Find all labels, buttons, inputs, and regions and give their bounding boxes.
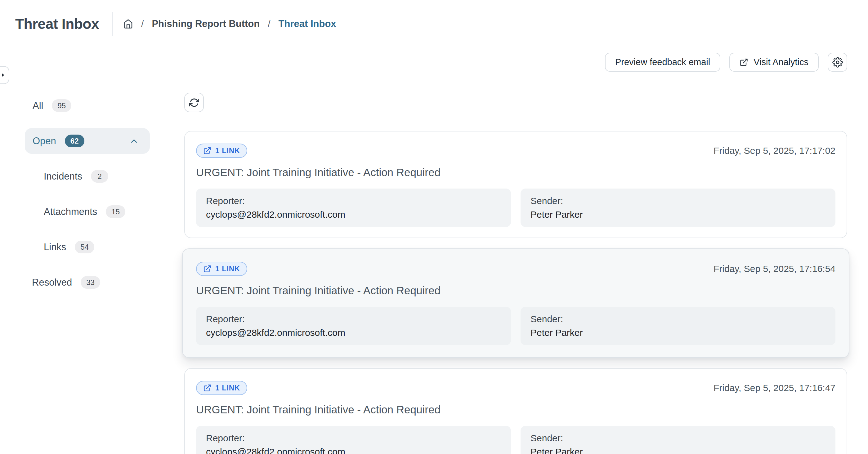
sidebar-item-label: Links [44,241,66,253]
email-subject: URGENT: Joint Training Initiative - Acti… [196,403,835,416]
link-count-label: 1 LINK [215,264,240,273]
count-badge: 62 [65,135,84,147]
reporter-box: Reporter: cyclops@28kfd2.onmicrosoft.com [196,426,511,454]
sidebar-item-attachments[interactable]: Attachments 15 [0,199,174,225]
sidebar-item-label: Resolved [32,277,72,288]
reporter-email: cyclops@28kfd2.onmicrosoft.com [206,327,501,338]
breadcrumb-home-link[interactable] [123,19,133,29]
sender-label: Sender: [530,196,826,206]
preview-feedback-email-button[interactable]: Preview feedback email [605,53,720,72]
header-divider [112,12,113,36]
sender-label: Sender: [530,314,826,324]
sidebar-item-incidents[interactable]: Incidents 2 [0,163,174,189]
reporter-label: Reporter: [206,196,501,206]
report-timestamp: Friday, Sep 5, 2025, 17:17:02 [714,145,835,156]
breadcrumb: / Phishing Report Button / Threat Inbox [123,18,336,29]
link-count-badge: 1 LINK [196,262,247,276]
reporter-label: Reporter: [206,314,501,324]
sidebar-item-open[interactable]: Open 62 [25,128,150,154]
refresh-button[interactable] [184,93,204,112]
email-subject: URGENT: Joint Training Initiative - Acti… [196,166,835,179]
threat-card[interactable]: 1 LINK Friday, Sep 5, 2025, 17:16:54 URG… [182,249,849,358]
breadcrumb-item-threat-inbox: Threat Inbox [279,18,336,29]
breadcrumb-item-phishing-report-button[interactable]: Phishing Report Button [152,18,260,29]
count-badge: 15 [106,205,125,218]
chevron-up-icon [129,136,139,146]
email-subject: URGENT: Joint Training Initiative - Acti… [196,284,835,297]
reporter-box: Reporter: cyclops@28kfd2.onmicrosoft.com [196,307,511,345]
reporter-label: Reporter: [206,433,501,444]
link-count-label: 1 LINK [215,147,240,155]
threat-card-list: 1 LINK Friday, Sep 5, 2025, 17:17:02 URG… [184,131,847,454]
sender-name: Peter Parker [530,447,826,454]
report-timestamp: Friday, Sep 5, 2025, 17:16:47 [714,383,835,393]
sender-box: Sender: Peter Parker [521,426,835,454]
count-badge: 33 [81,276,100,289]
sidebar-item-all[interactable]: All 95 [0,93,174,119]
link-count-badge: 1 LINK [196,381,247,395]
home-icon [123,19,133,29]
sidebar-item-label: Incidents [44,171,82,182]
reporter-box: Reporter: cyclops@28kfd2.onmicrosoft.com [196,189,511,227]
chevron-right-icon [0,72,6,78]
threat-card[interactable]: 1 LINK Friday, Sep 5, 2025, 17:17:02 URG… [184,131,847,238]
link-count-badge: 1 LINK [196,143,247,158]
sidebar-collapse-button[interactable] [0,66,9,84]
sender-box: Sender: Peter Parker [521,307,835,345]
sidebar-item-label: All [33,100,43,111]
external-link-icon [203,147,211,155]
sidebar-item-links[interactable]: Links 54 [0,234,174,260]
sidebar-item-resolved[interactable]: Resolved 33 [0,269,174,295]
threat-card[interactable]: 1 LINK Friday, Sep 5, 2025, 17:16:47 URG… [184,368,847,454]
page-header: Threat Inbox / Phishing Report Button / … [15,12,336,36]
refresh-icon [189,98,199,108]
count-badge: 95 [52,99,71,112]
sender-name: Peter Parker [530,209,826,220]
sender-name: Peter Parker [530,327,826,338]
threat-filter-sidebar: All 95 Open 62 Incidents 2 Attachments 1… [0,93,174,305]
visit-analytics-label: Visit Analytics [753,57,808,67]
header-actions: Preview feedback email Visit Analytics [605,53,847,72]
external-link-icon [740,58,748,67]
settings-button[interactable] [828,53,847,72]
visit-analytics-button[interactable]: Visit Analytics [729,53,819,72]
sender-label: Sender: [530,433,826,444]
reporter-email: cyclops@28kfd2.onmicrosoft.com [206,209,501,220]
sidebar-item-label: Open [33,135,56,147]
page-title: Threat Inbox [15,15,99,32]
external-link-icon [203,265,211,273]
sender-box: Sender: Peter Parker [521,189,835,227]
sidebar-item-label: Attachments [44,206,97,217]
breadcrumb-separator: / [141,19,144,29]
count-badge: 54 [75,241,94,253]
gear-icon [832,57,843,68]
preview-feedback-email-label: Preview feedback email [615,57,710,67]
breadcrumb-separator: / [268,19,270,29]
reporter-email: cyclops@28kfd2.onmicrosoft.com [206,447,501,454]
report-timestamp: Friday, Sep 5, 2025, 17:16:54 [714,264,835,274]
link-count-label: 1 LINK [215,384,240,392]
count-badge: 2 [91,170,108,183]
external-link-icon [203,384,211,392]
